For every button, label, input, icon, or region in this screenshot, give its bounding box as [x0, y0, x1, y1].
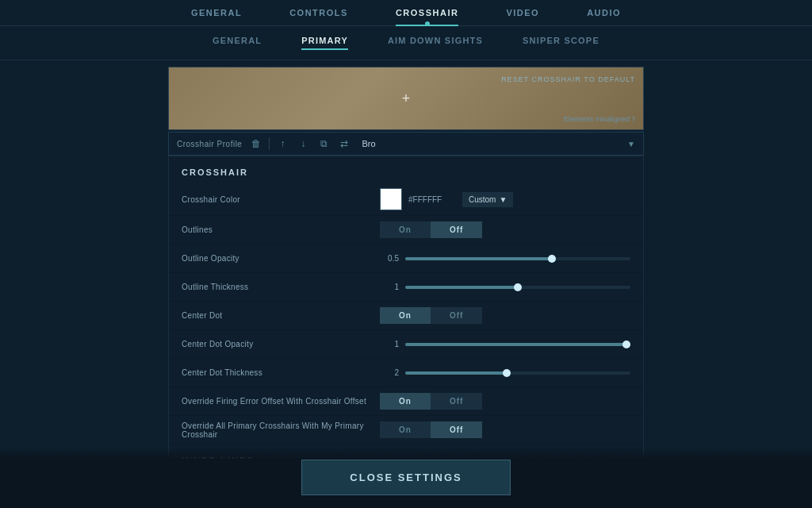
- crosshair-icon: +: [402, 90, 411, 107]
- outline-thickness-control: 1: [380, 283, 630, 291]
- outlines-on-button[interactable]: On: [380, 221, 431, 238]
- profile-icons: 🗑 ↑ ↓ ⧉ ⇄: [248, 137, 352, 150]
- profile-copy-icon[interactable]: ⧉: [316, 138, 331, 149]
- override-all-primary-on-button[interactable]: On: [380, 421, 431, 438]
- nav-audio[interactable]: AUDIO: [587, 8, 621, 25]
- profile-download-icon[interactable]: ↓: [295, 138, 311, 149]
- outline-thickness-slider[interactable]: [405, 286, 630, 289]
- outline-thickness-fill: [405, 286, 518, 289]
- color-dropdown-label: Custom: [469, 195, 496, 204]
- center-dot-opacity-control: 1: [380, 340, 630, 348]
- profile-name-value: Bro: [362, 139, 375, 148]
- nav-crosshair[interactable]: CROSSHAIR: [396, 8, 459, 25]
- sub-nav-primary[interactable]: PRIMARY: [301, 36, 348, 50]
- center-dot-thickness-thumb[interactable]: [503, 369, 511, 377]
- center-dot-thickness-control: 2: [380, 368, 630, 377]
- outline-thickness-label: Outline Thickness: [182, 283, 380, 291]
- profile-upload-icon[interactable]: ↑: [274, 138, 290, 149]
- override-all-primary-toggle-group: On Off: [380, 421, 482, 438]
- center-dot-on-button[interactable]: On: [380, 307, 431, 324]
- outline-opacity-slider[interactable]: [405, 257, 630, 260]
- outlines-label: Outlines: [182, 225, 380, 234]
- override-firing-error-on-button[interactable]: On: [380, 393, 431, 410]
- center-dot-off-button[interactable]: Off: [431, 307, 482, 324]
- outlines-toggle-group: On Off: [380, 221, 482, 238]
- outlines-control: On Off: [380, 221, 630, 238]
- override-all-primary-control: On Off: [380, 421, 630, 438]
- outline-opacity-value: 0.5: [380, 254, 399, 263]
- center-dot-opacity-fill: [405, 343, 630, 346]
- override-all-primary-row: Override All Primary Crosshairs With My …: [169, 416, 643, 444]
- profile-label: Crosshair Profile: [177, 140, 242, 148]
- center-dot-opacity-slider[interactable]: [405, 343, 630, 346]
- override-firing-error-label: Override Firing Error Offset With Crossh…: [182, 397, 380, 406]
- settings-panel: CROSSHAIR Crosshair Color #FFFFFF Custom…: [168, 156, 644, 472]
- close-settings-button[interactable]: CLOSE SETTINGS: [301, 460, 510, 495]
- sub-nav-aim-down-sights[interactable]: AIM DOWN SIGHTS: [388, 36, 483, 50]
- override-firing-error-control: On Off: [380, 393, 630, 410]
- main-content: + RESET CROSSHAIR TO DEFAULT Elements mi…: [168, 67, 644, 508]
- outline-opacity-thumb[interactable]: [548, 255, 556, 263]
- outline-opacity-control: 0.5: [380, 254, 630, 263]
- profile-divider: [269, 137, 270, 150]
- center-dot-opacity-row: Center Dot Opacity 1: [169, 330, 643, 359]
- nav-video[interactable]: VIDEO: [506, 8, 539, 25]
- elements-misaligned-link[interactable]: Elements misaligned: [564, 115, 635, 123]
- center-dot-opacity-value: 1: [380, 340, 399, 348]
- override-firing-error-row: Override Firing Error Offset With Crossh…: [169, 387, 643, 416]
- top-navigation: GENERAL CONTROLS CROSSHAIR VIDEO AUDIO: [0, 0, 812, 26]
- close-button-container: CLOSE SETTINGS: [0, 447, 812, 508]
- profile-code-icon[interactable]: ⇄: [336, 138, 352, 149]
- sub-nav-general[interactable]: GENERAL: [213, 36, 262, 50]
- outlines-row: Outlines On Off: [169, 216, 643, 244]
- profile-bar: Crosshair Profile 🗑 ↑ ↓ ⧉ ⇄ Bro ▼: [168, 132, 644, 156]
- nav-general[interactable]: GENERAL: [191, 8, 242, 25]
- override-firing-error-off-button[interactable]: Off: [431, 393, 482, 410]
- nav-controls[interactable]: CONTROLS: [289, 8, 348, 25]
- color-dropdown-arrow-icon: ▼: [499, 195, 507, 204]
- center-dot-thickness-fill: [405, 371, 507, 375]
- crosshair-color-control: #FFFFFF Custom ▼: [380, 188, 630, 210]
- sub-navigation: GENERAL PRIMARY AIM DOWN SIGHTS SNIPER S…: [0, 26, 812, 60]
- chevron-down-icon: ▼: [627, 140, 635, 148]
- crosshair-color-hex: #FFFFFF: [408, 195, 456, 204]
- center-dot-thickness-value: 2: [380, 368, 399, 377]
- center-dot-opacity-thumb[interactable]: [622, 341, 630, 348]
- reset-crosshair-button[interactable]: RESET CROSSHAIR TO DEFAULT: [501, 75, 635, 83]
- center-dot-thickness-slider[interactable]: [405, 371, 630, 375]
- override-firing-error-toggle-group: On Off: [380, 393, 482, 410]
- center-dot-row: Center Dot On Off: [169, 302, 643, 330]
- outline-thickness-value: 1: [380, 283, 399, 291]
- center-dot-thickness-row: Center Dot Thickness 2: [169, 359, 643, 387]
- center-dot-label: Center Dot: [182, 311, 380, 320]
- override-all-primary-off-button[interactable]: Off: [431, 421, 482, 438]
- crosshair-color-row: Crosshair Color #FFFFFF Custom ▼: [169, 183, 643, 216]
- sub-nav-sniper-scope[interactable]: SNIPER SCOPE: [523, 36, 599, 50]
- profile-delete-icon[interactable]: 🗑: [248, 138, 264, 149]
- profile-name-dropdown[interactable]: Bro ▼: [362, 139, 635, 148]
- outline-thickness-row: Outline Thickness 1: [169, 273, 643, 302]
- outline-opacity-row: Outline Opacity 0.5: [169, 244, 643, 273]
- outline-thickness-thumb[interactable]: [514, 283, 522, 291]
- center-dot-thickness-label: Center Dot Thickness: [182, 368, 380, 377]
- crosshair-color-dropdown[interactable]: Custom ▼: [462, 192, 513, 207]
- crosshair-color-label: Crosshair Color: [182, 195, 380, 204]
- override-all-primary-label: Override All Primary Crosshairs With My …: [182, 421, 380, 439]
- crosshair-color-swatch[interactable]: [380, 188, 402, 210]
- outline-opacity-fill: [405, 257, 552, 260]
- center-dot-toggle-group: On Off: [380, 307, 482, 324]
- crosshair-preview: + RESET CROSSHAIR TO DEFAULT Elements mi…: [168, 67, 644, 130]
- outlines-off-button[interactable]: Off: [431, 221, 482, 238]
- center-dot-control: On Off: [380, 307, 630, 324]
- center-dot-opacity-label: Center Dot Opacity: [182, 340, 380, 348]
- outline-opacity-label: Outline Opacity: [182, 254, 380, 263]
- crosshair-section-header: CROSSHAIR: [169, 156, 643, 183]
